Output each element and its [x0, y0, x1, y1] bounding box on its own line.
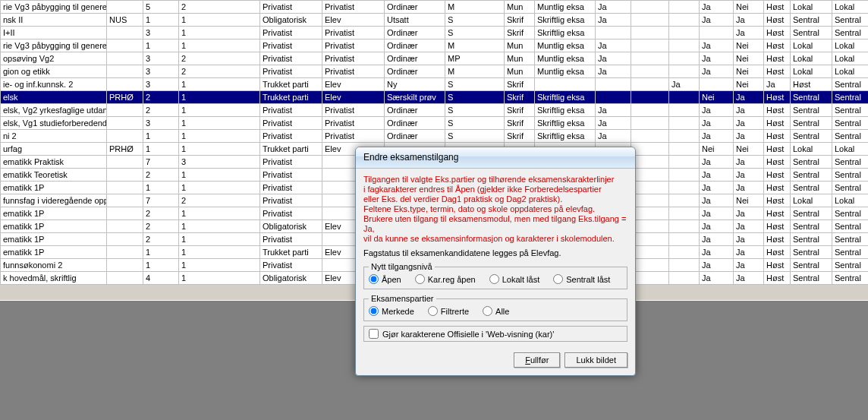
- cell: Ja: [596, 104, 631, 117]
- cell: Sentral: [832, 220, 869, 233]
- cell: Høst: [764, 233, 791, 246]
- cell: [631, 194, 669, 207]
- cell: [107, 65, 143, 78]
- cell: Sentral: [832, 117, 869, 130]
- cell: [631, 1, 669, 14]
- cell: 1: [179, 78, 260, 91]
- cell: Nei: [734, 1, 764, 14]
- table-row[interactable]: ni 211PrivatistPrivatistOrdinærSSkrifSkr…: [1, 130, 869, 143]
- radio-option[interactable]: Lokalt låst: [489, 274, 540, 284]
- cell: [631, 65, 669, 78]
- cell: Ja: [700, 65, 734, 78]
- cell: Obligatorisk: [260, 14, 322, 27]
- cell: Ja: [700, 130, 734, 143]
- official-checkbox[interactable]: [369, 329, 379, 339]
- cell: [631, 233, 669, 246]
- table-row[interactable]: I+II31PrivatistPrivatistOrdinærSSkrifSkr…: [1, 27, 869, 39]
- cell: S: [445, 117, 505, 130]
- cell: 1: [179, 233, 260, 246]
- cell: Høst: [764, 220, 791, 233]
- cell: 2: [179, 194, 260, 207]
- cell: Trukket parti: [260, 91, 322, 104]
- cell: Ja: [700, 272, 734, 285]
- radio-part-0[interactable]: [369, 306, 379, 316]
- cell: Mun: [505, 1, 535, 14]
- cell: 1: [179, 117, 260, 130]
- cell: Ja: [734, 117, 764, 130]
- cell: Sentral: [832, 27, 869, 39]
- cell: [631, 182, 669, 194]
- cell: Skriftlig eksa: [535, 117, 596, 130]
- cell: [669, 272, 700, 285]
- access-level-legend: Nytt tilgangsnivå: [369, 262, 435, 271]
- cell: [631, 156, 669, 169]
- warning-text: Tilgangen til valgte Eks.partier og tilh…: [363, 175, 627, 244]
- cell: 3: [143, 117, 179, 130]
- table-row[interactable]: gion og etikk32PrivatistPrivatistOrdinær…: [1, 65, 869, 78]
- table-row[interactable]: ie- og inf.kunnsk. 231Trukket partiElevN…: [1, 78, 869, 91]
- cell: 1: [179, 14, 260, 27]
- cell: Høst: [764, 1, 791, 14]
- cell: Skriftlig eksa: [535, 27, 596, 39]
- cell: [107, 220, 143, 233]
- cell: 2: [143, 220, 179, 233]
- official-checkbox-row[interactable]: Gjør karakterene Offisielle i 'Web-visni…: [363, 326, 627, 342]
- cell: 1: [179, 91, 260, 104]
- cell: Ja: [734, 169, 764, 182]
- cell: Privatist: [260, 65, 322, 78]
- cell: Ja: [700, 182, 734, 194]
- cell: Skriftlig eksa: [535, 104, 596, 117]
- radio-option[interactable]: Sentralt låst: [553, 274, 610, 284]
- cell: Mun: [505, 65, 535, 78]
- cell: Sentral: [791, 14, 832, 27]
- radio-option[interactable]: Åpen: [369, 274, 401, 284]
- cell: Sentral: [791, 207, 832, 220]
- cell: Ja: [700, 194, 734, 207]
- cell: Sentral: [791, 272, 832, 285]
- table-row[interactable]: elskPRHØ21Trukket partiElevSærskilt prøv…: [1, 91, 869, 104]
- table-row[interactable]: rie Vg3 påbygging til generell52Privatis…: [1, 1, 869, 14]
- radio-option[interactable]: Alle: [483, 306, 509, 316]
- radio-lvl-3[interactable]: [553, 274, 563, 284]
- cell: Nei: [734, 194, 764, 207]
- cell: Privatist: [322, 1, 385, 14]
- radio-option[interactable]: Kar.reg åpen: [415, 274, 476, 284]
- radio-part-1[interactable]: [428, 306, 438, 316]
- cell: Nei: [734, 52, 764, 65]
- cell: M: [445, 39, 505, 52]
- complete-button[interactable]: Fullfør: [514, 352, 560, 368]
- cell: [669, 169, 700, 182]
- cell: Ja: [734, 207, 764, 220]
- cell: Sentral: [791, 104, 832, 117]
- cell: Ja: [596, 1, 631, 14]
- radio-lvl-0[interactable]: [369, 274, 379, 284]
- radio-part-2[interactable]: [483, 306, 492, 316]
- cell: Lokal: [832, 1, 869, 14]
- cell: Ja: [596, 52, 631, 65]
- cell: Sentral: [791, 220, 832, 233]
- cell: elsk: [1, 91, 107, 104]
- cell: Ja: [700, 207, 734, 220]
- radio-lvl-2[interactable]: [489, 274, 499, 284]
- cell: Trukket parti: [260, 78, 322, 91]
- table-row[interactable]: rie Vg3 påbygging til generell11Privatis…: [1, 39, 869, 52]
- table-row[interactable]: nsk IINUS11ObligatoriskElevUtsattSSkrifS…: [1, 14, 869, 27]
- close-button[interactable]: Lukk bildet: [565, 352, 627, 368]
- cell: Ja: [700, 117, 734, 130]
- cell: [631, 39, 669, 52]
- cell: 3: [143, 78, 179, 91]
- cell: Nei: [734, 78, 764, 91]
- radio-option[interactable]: Merkede: [369, 306, 414, 316]
- cell: Ja: [734, 14, 764, 27]
- cell: ie- og inf.kunnsk. 2: [1, 78, 107, 91]
- cell: [631, 27, 669, 39]
- table-row[interactable]: elsk, Vg2 yrkesfaglige utdann21Privatist…: [1, 104, 869, 117]
- table-row[interactable]: opsøving Vg232PrivatistPrivatistOrdinærM…: [1, 52, 869, 65]
- radio-lvl-1[interactable]: [415, 274, 425, 284]
- radio-option[interactable]: Filtrerte: [428, 306, 469, 316]
- cell: Ordinær: [385, 130, 445, 143]
- cell: [596, 91, 631, 104]
- cell: 1: [143, 14, 179, 27]
- table-row[interactable]: elsk, Vg1 studieforberedende31PrivatistP…: [1, 117, 869, 130]
- cell: Skrif: [505, 27, 535, 39]
